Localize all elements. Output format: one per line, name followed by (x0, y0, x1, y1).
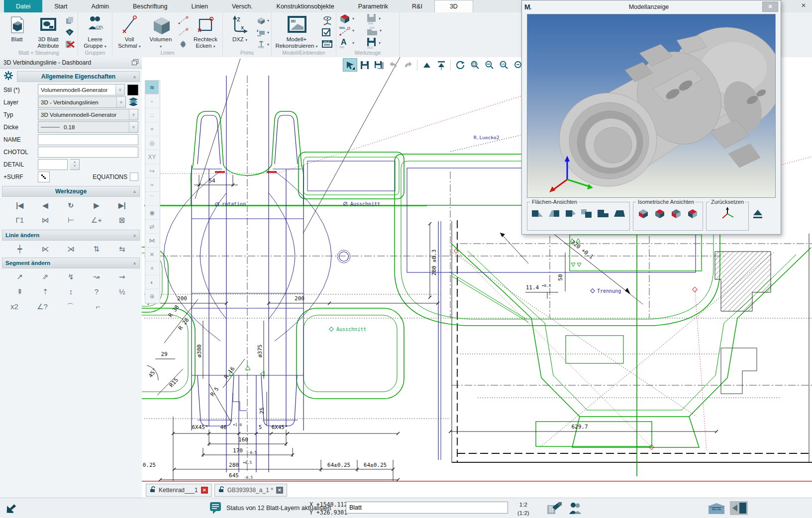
segment-tool[interactable]: ⇡ (38, 286, 53, 298)
line-segment2-icon[interactable] (177, 27, 189, 37)
typ-select[interactable]: 3D Volumenmodell-Generator˅ (38, 109, 138, 120)
blatt-attribute-button[interactable]: 3D Blatt Attribute (33, 13, 63, 49)
sheet-tab-kettenrad[interactable]: Kettenrad___1 ✕ (146, 484, 212, 497)
edit-tool[interactable]: ⊠ (114, 214, 129, 226)
segment-tool[interactable]: ⌒ (63, 301, 78, 313)
undock-icon[interactable] (132, 59, 138, 67)
red-cube-tool-icon[interactable]: ▾ (338, 13, 364, 23)
iso-view-4-button[interactable] (686, 207, 700, 220)
dxz-button[interactable]: Zx DXZ ▾ (225, 13, 255, 43)
modellanzeige-titlebar[interactable]: M⌄ Modellanzeige ✕ (522, 0, 781, 13)
section-linie-aendern[interactable]: Linie ändern▲ (2, 230, 140, 241)
undo-button[interactable] (387, 59, 400, 71)
modellanzeige-window[interactable]: M⌄ Modellanzeige ✕ (521, 0, 781, 235)
tab-3d[interactable]: 3D (434, 0, 473, 12)
prim-pvd-icon[interactable]: PVD▾ (256, 39, 269, 49)
checkbox-icon[interactable] (321, 27, 334, 37)
tab-linien[interactable]: Linien (180, 0, 220, 12)
face-view-back-button[interactable] (547, 207, 561, 220)
tab-start[interactable]: Start (42, 0, 79, 12)
snap-tool[interactable]: ✕ (145, 248, 159, 261)
close-sheet-icon[interactable]: ✕ (201, 487, 208, 494)
prim-zlayer-icon[interactable]: z▾ (256, 27, 269, 37)
nav-tool[interactable]: ↻ (63, 199, 78, 211)
reset-view-button[interactable] (716, 207, 738, 220)
section-werkzeuge[interactable]: Werkzeuge▲ (2, 186, 140, 197)
save-button[interactable] (358, 59, 371, 71)
linie-tool[interactable]: ┿ (12, 243, 27, 255)
segment-tool[interactable]: ↯ (63, 271, 78, 283)
equations-checkbox[interactable] (130, 173, 138, 181)
view-axis-icon[interactable] (321, 15, 334, 25)
nav-tool[interactable]: ◀ (38, 199, 53, 211)
nav-tool[interactable]: ▶| (114, 199, 129, 211)
close-window-button[interactable]: ✕ (762, 1, 778, 12)
snap-tool[interactable]: ⋈ (145, 234, 159, 248)
snap-tool[interactable]: ⊕ (145, 289, 159, 303)
linie-tool[interactable]: ⇆ (114, 243, 129, 255)
app-close-button[interactable]: ✕ (799, 2, 808, 9)
iso-view-1-button[interactable] (636, 207, 650, 220)
raise-button[interactable] (420, 59, 433, 71)
snap-tool[interactable]: + (145, 122, 159, 136)
segment-tool[interactable]: ↝ (89, 271, 104, 283)
zoom-out-button[interactable] (482, 59, 496, 71)
voll-schmal-button[interactable]: Voll Schmal ▾ (114, 13, 144, 49)
gear-icon[interactable] (2, 71, 15, 83)
snap-tool[interactable]: ⌒ (145, 192, 159, 206)
mail-icon[interactable] (708, 502, 725, 517)
name-input[interactable] (38, 134, 138, 145)
face-view-top-button[interactable] (596, 207, 610, 220)
chotol-input[interactable] (38, 147, 138, 158)
snap-tool[interactable]: XY (145, 150, 159, 164)
tab-admin[interactable]: Admin (80, 0, 121, 12)
linie-tool[interactable]: ⋉ (38, 243, 53, 255)
snap-tool[interactable]: ◐ (145, 275, 159, 289)
select-tool-button[interactable] (343, 59, 357, 71)
snap-tool[interactable]: ⇄ (145, 220, 159, 234)
zoom-nav-button[interactable]: NAV (497, 59, 510, 71)
delete-sheet-icon[interactable] (65, 39, 76, 49)
volumen-button[interactable]: Volumen▾ (146, 13, 176, 49)
stil-select[interactable]: Volumenmodell-Generator˅ (38, 84, 125, 95)
face-view-right-button[interactable] (580, 207, 594, 220)
snap-tool[interactable]: ◎ (145, 136, 159, 150)
snap-tool[interactable]: ▫ (145, 94, 159, 108)
segment-tool[interactable]: ⇝ (114, 271, 129, 283)
section-allgemeine-eigenschaften[interactable]: Allgemeine Eigenschaften▲ (17, 71, 140, 82)
edit-tool[interactable]: ⋈ (38, 214, 53, 226)
nav-tool[interactable]: ▶ (89, 199, 104, 211)
segment-tool[interactable]: ↕ (63, 286, 78, 298)
linie-tool[interactable]: ⇅ (89, 243, 104, 255)
iso-view-2-button[interactable] (653, 207, 667, 220)
edit-tool[interactable]: ∠+ (89, 214, 104, 226)
mode-field[interactable] (346, 502, 508, 514)
zoom-window-button[interactable] (468, 59, 481, 71)
layers-icon[interactable] (128, 97, 138, 107)
edit-tool[interactable]: ⊢ (63, 214, 78, 226)
face-view-left-button[interactable] (563, 207, 577, 220)
help-gem-icon[interactable]: ? (65, 27, 76, 37)
layer-select[interactable]: 3D - Verbindungslinien˅ (38, 96, 126, 108)
tab-datei[interactable]: Datei (4, 0, 42, 12)
face-view-front-button[interactable] (530, 207, 544, 220)
detail-input[interactable] (38, 159, 68, 170)
save-as-button[interactable] (372, 59, 386, 71)
snap-tool[interactable]: × (145, 261, 159, 275)
segment-tool[interactable]: ∠? (35, 301, 50, 313)
modell-rekonstruieren-button[interactable]: 3D Modell+ Rekonstruieren ▾ (274, 13, 319, 49)
line-segment-icon[interactable] (177, 15, 189, 25)
redo-button[interactable] (401, 59, 414, 71)
segment-tool[interactable]: ½ (114, 286, 129, 298)
face-view-bottom-button[interactable] (612, 207, 626, 220)
snap-tool[interactable]: ◉ (145, 206, 159, 220)
sheet-grid-icon[interactable] (546, 501, 562, 517)
text-tmg-icon[interactable]: ATMG▾ (338, 38, 364, 48)
sheet-tab-gb393938[interactable]: GB393938_a_1 * ✕ (214, 484, 287, 497)
valid-screen-icon[interactable]: VALID (321, 39, 334, 49)
collapse-sidebar-icon[interactable] (729, 501, 748, 518)
rechteck-ecken-button[interactable]: Rechteck Ecken ▾ (191, 13, 220, 49)
dicke-select[interactable]: 0.18˅ (38, 121, 138, 133)
copy-sheet-icon[interactable] (65, 15, 76, 25)
edit-tool[interactable]: Γ1 (12, 214, 27, 226)
